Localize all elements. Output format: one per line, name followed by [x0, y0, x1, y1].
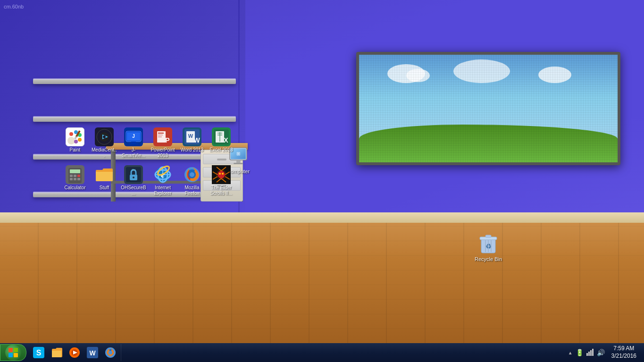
paint-icon-img [66, 127, 84, 146]
excel-label: Excel 2013 [209, 147, 233, 153]
svg-point-80 [222, 173, 224, 175]
taskbar-firefox[interactable] [102, 344, 119, 361]
word-icon-img: W W [183, 127, 201, 146]
start-button[interactable] [0, 344, 26, 361]
taskbar-mediaplayer[interactable] [66, 344, 83, 361]
skype-taskbar-svg: S [33, 347, 44, 358]
svg-text:W: W [193, 136, 200, 144]
ie-svg: e [153, 165, 172, 184]
svg-rect-8 [485, 235, 491, 237]
firefox-icon-img [183, 165, 201, 184]
signal-icon [586, 348, 594, 356]
elderscrolls-label: The Elder Scrolls II... [209, 185, 234, 196]
svg-rect-48 [70, 175, 73, 177]
svg-rect-50 [77, 175, 80, 177]
svg-text:W: W [89, 349, 96, 357]
ppt-svg: P [154, 128, 171, 145]
paint-label: Paint [70, 147, 81, 153]
start-orb [5, 345, 21, 361]
svg-rect-34 [158, 136, 162, 137]
smartview-svg: J [125, 128, 142, 145]
taskbar-word[interactable]: W [84, 344, 101, 361]
taskbar-running-area [123, 343, 564, 362]
taskbar-pinned-area: S W [28, 344, 121, 361]
tray-expand-button[interactable]: ▲ [568, 350, 573, 355]
stuff-svg [95, 166, 114, 183]
svg-text:S: S [36, 349, 42, 357]
floor [0, 220, 644, 343]
smartview-icon[interactable]: J J-SmartVie... [120, 126, 147, 160]
stuff-label: Stuff [100, 185, 109, 191]
svg-rect-28 [129, 143, 138, 144]
ohsecure-label: OHSecureB... [121, 185, 146, 196]
system-clock[interactable]: 7:59 AM 3/21/2016 [608, 345, 640, 360]
svg-rect-4 [234, 163, 243, 164]
excel-svg: X [213, 128, 230, 145]
svg-point-24 [103, 135, 106, 138]
svg-text:P: P [165, 136, 169, 144]
excel-icon[interactable]: X Excel 2013 [208, 126, 235, 160]
firefox-svg [183, 165, 201, 184]
elderscrolls-icon-img [212, 165, 231, 184]
powerpoint-icon[interactable]: P PowerPoint 2013 [149, 126, 176, 160]
svg-point-13 [67, 137, 75, 144]
mediacenter-icon[interactable]: MediaCent... [91, 126, 118, 160]
taskbar-skype[interactable]: S [30, 344, 47, 361]
excel-icon-img: X [212, 127, 231, 146]
svg-text:OH: OH [132, 168, 135, 171]
tray-volume-icon[interactable]: 🔊 [597, 349, 605, 356]
recycle-label: Recycle Bin [475, 256, 502, 262]
svg-rect-84 [8, 353, 13, 357]
shelf-icons-row1: Paint MediaCent... [61, 126, 235, 160]
word-label: Word 2013 [181, 147, 204, 153]
recycle-bin-icon[interactable]: ♻ Recycle Bin [472, 233, 505, 262]
firefox-icon[interactable]: Mozilla Firefox [178, 164, 206, 197]
paint-svg [67, 128, 84, 145]
mediacenter-svg [96, 128, 113, 145]
svg-rect-97 [588, 352, 590, 356]
taskbar-fileexplorer[interactable] [48, 344, 65, 361]
calculator-icon-img [66, 165, 84, 184]
svg-rect-83 [14, 348, 18, 352]
svg-rect-51 [70, 178, 73, 180]
calculator-label: Calculator [64, 185, 85, 191]
mediacenter-icon-img [95, 127, 114, 146]
ie-icon[interactable]: e Internet Explorer [149, 164, 176, 197]
ohsecure-icon-img: OH [124, 165, 143, 184]
paint-icon[interactable]: Paint [61, 126, 89, 160]
calculator-icon[interactable]: Calculator [61, 164, 89, 197]
tray-network-icon[interactable] [586, 348, 594, 357]
svg-rect-47 [70, 169, 80, 173]
taskbar: S W [0, 343, 644, 362]
svg-rect-33 [158, 135, 163, 135]
ie-label: Internet Explorer [150, 185, 176, 196]
explorer-taskbar-svg [51, 347, 62, 358]
windows-logo [8, 347, 18, 358]
smartview-icon-img: J [124, 127, 143, 146]
svg-point-14 [69, 132, 73, 136]
system-tray: ▲ 🔋 🔊 7:59 AM 3/21/2016 [564, 343, 644, 362]
svg-rect-85 [14, 353, 18, 357]
ohsecure-icon[interactable]: OH OHSecureB... [120, 164, 147, 197]
powerpoint-icon-img: P [153, 127, 172, 146]
powerpoint-label: PowerPoint 2013 [150, 147, 176, 159]
stuff-icon[interactable]: Stuff [91, 164, 118, 197]
ie-icon-img: e [153, 165, 172, 184]
elderscrolls-icon[interactable]: The Elder Scrolls II... [208, 164, 235, 197]
svg-point-56 [133, 177, 134, 178]
top-left-text: cm.60nb [4, 4, 24, 9]
svg-text:X: X [224, 136, 228, 144]
tray-battery-icon[interactable]: 🔋 [576, 349, 584, 356]
svg-rect-27 [131, 142, 136, 143]
word-icon[interactable]: W W Word 2013 [178, 126, 206, 160]
svg-rect-82 [8, 348, 13, 352]
svg-rect-96 [586, 353, 588, 356]
svg-point-79 [219, 173, 221, 175]
svg-text:⊞: ⊞ [236, 151, 240, 156]
stuff-icon-img [95, 165, 114, 184]
recycle-bin-img: ♻ [477, 233, 500, 255]
elderscrolls-svg [212, 165, 231, 184]
svg-point-95 [109, 351, 112, 354]
word-svg: W W [184, 128, 201, 145]
mosaic-overlay [359, 55, 618, 162]
